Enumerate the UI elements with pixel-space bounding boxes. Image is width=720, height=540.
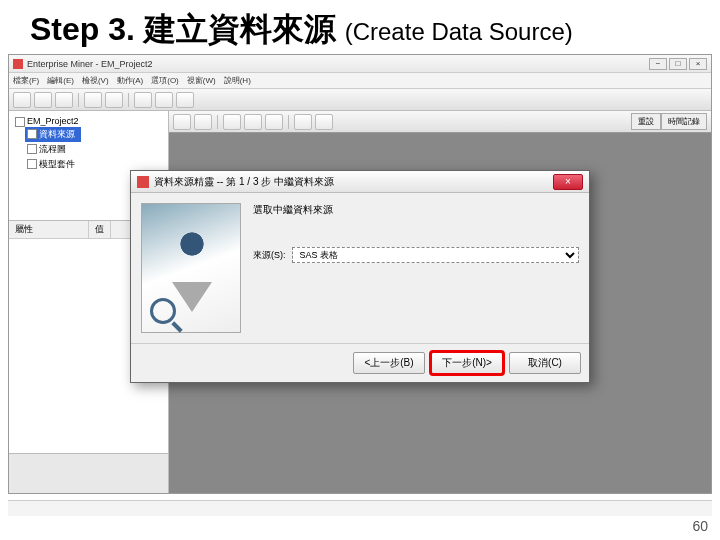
canvas-tool[interactable] bbox=[315, 114, 333, 130]
menu-file[interactable]: 檔案(F) bbox=[13, 75, 39, 86]
wizard-illustration bbox=[141, 203, 241, 333]
close-button[interactable]: × bbox=[689, 58, 707, 70]
canvas-tool[interactable] bbox=[223, 114, 241, 130]
dialog-title: 資料來源精靈 -- 第 1 / 3 步 中繼資料來源 bbox=[154, 175, 334, 189]
main-toolbar bbox=[9, 89, 711, 111]
app-title: Enterprise Miner - EM_Project2 bbox=[27, 59, 153, 69]
tree-item-diagram[interactable]: 流程圖 bbox=[25, 142, 164, 157]
tree-root[interactable]: EM_Project2 bbox=[13, 115, 164, 127]
toolbar-button[interactable] bbox=[105, 92, 123, 108]
tree-item-datasource[interactable]: 資料來源 bbox=[25, 127, 81, 142]
description-panel bbox=[9, 453, 168, 493]
menu-option[interactable]: 選項(O) bbox=[151, 75, 179, 86]
canvas-toolbar: 重設 時間記錄 bbox=[169, 111, 711, 133]
toolbar-separator bbox=[78, 93, 79, 107]
toolbar-button[interactable] bbox=[155, 92, 173, 108]
toolbar-button[interactable] bbox=[34, 92, 52, 108]
toolbar-button[interactable] bbox=[84, 92, 102, 108]
dialog-content: 選取中繼資料來源 來源(S): SAS 表格 bbox=[253, 203, 579, 333]
title-en: (Create Data Source) bbox=[345, 18, 573, 45]
canvas-tool[interactable] bbox=[244, 114, 262, 130]
toolbar-separator bbox=[288, 115, 289, 129]
source-field: 來源(S): SAS 表格 bbox=[253, 247, 579, 263]
prop-col-value: 值 bbox=[89, 221, 111, 238]
canvas-tabs: 重設 時間記錄 bbox=[631, 113, 707, 130]
toolbar-button[interactable] bbox=[176, 92, 194, 108]
menu-view[interactable]: 檢視(V) bbox=[82, 75, 109, 86]
canvas-tool[interactable] bbox=[173, 114, 191, 130]
slide-title: Step 3. 建立資料來源 (Create Data Source) bbox=[0, 0, 720, 60]
canvas-tool[interactable] bbox=[265, 114, 283, 130]
dialog-close-button[interactable]: × bbox=[553, 174, 583, 190]
menu-action[interactable]: 動作(A) bbox=[117, 75, 144, 86]
app-icon bbox=[13, 59, 23, 69]
title-zh: 建立資料來源 bbox=[144, 11, 336, 47]
dialog-titlebar: 資料來源精靈 -- 第 1 / 3 步 中繼資料來源 × bbox=[131, 171, 589, 193]
next-button[interactable]: 下一步(N)> bbox=[431, 352, 503, 374]
prop-col-name: 屬性 bbox=[9, 221, 89, 238]
dialog-body: 選取中繼資料來源 來源(S): SAS 表格 bbox=[131, 193, 589, 343]
tab-reset[interactable]: 重設 bbox=[631, 113, 661, 130]
funnel-icon bbox=[172, 282, 212, 312]
source-label: 來源(S): bbox=[253, 249, 286, 262]
cancel-button[interactable]: 取消(C) bbox=[509, 352, 581, 374]
canvas-tool[interactable] bbox=[194, 114, 212, 130]
magnifier-icon bbox=[150, 298, 176, 324]
step-label: Step 3. bbox=[30, 11, 135, 47]
page-number: 60 bbox=[692, 518, 708, 534]
canvas-tool[interactable] bbox=[294, 114, 312, 130]
window-controls: − □ × bbox=[649, 58, 707, 70]
toolbar-button[interactable] bbox=[55, 92, 73, 108]
toolbar-button[interactable] bbox=[134, 92, 152, 108]
menu-help[interactable]: 說明(H) bbox=[224, 75, 251, 86]
dialog-buttons: <上一步(B) 下一步(N)> 取消(C) bbox=[131, 343, 589, 382]
menu-window[interactable]: 視窗(W) bbox=[187, 75, 216, 86]
menubar: 檔案(F) 編輯(E) 檢視(V) 動作(A) 選項(O) 視窗(W) 說明(H… bbox=[9, 73, 711, 89]
back-button[interactable]: <上一步(B) bbox=[353, 352, 425, 374]
source-select[interactable]: SAS 表格 bbox=[292, 247, 580, 263]
statusbar bbox=[8, 500, 712, 516]
toolbar-separator bbox=[128, 93, 129, 107]
tab-timelog[interactable]: 時間記錄 bbox=[661, 113, 707, 130]
minimize-button[interactable]: − bbox=[649, 58, 667, 70]
datasource-wizard-dialog: 資料來源精靈 -- 第 1 / 3 步 中繼資料來源 × 選取中繼資料來源 來源… bbox=[130, 170, 590, 383]
toolbar-button[interactable] bbox=[13, 92, 31, 108]
toolbar-separator bbox=[217, 115, 218, 129]
maximize-button[interactable]: □ bbox=[669, 58, 687, 70]
dialog-heading: 選取中繼資料來源 bbox=[253, 203, 579, 217]
app-titlebar: Enterprise Miner - EM_Project2 − □ × bbox=[9, 55, 711, 73]
dialog-icon bbox=[137, 176, 149, 188]
menu-edit[interactable]: 編輯(E) bbox=[47, 75, 74, 86]
